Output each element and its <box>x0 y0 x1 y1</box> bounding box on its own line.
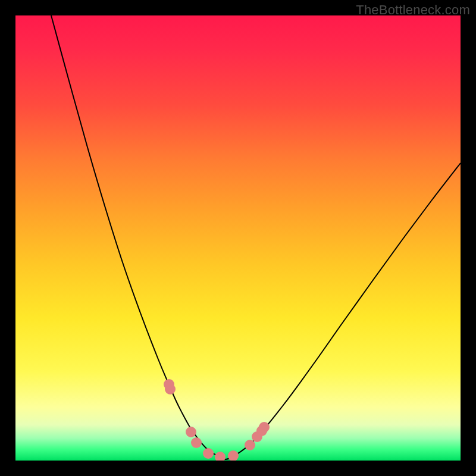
marker-point <box>165 384 176 394</box>
marker-point <box>215 452 226 461</box>
marker-point <box>186 427 196 437</box>
marker-point <box>228 450 239 461</box>
marker-point <box>203 448 214 459</box>
curve-markers <box>15 15 461 461</box>
chart-frame <box>15 15 461 461</box>
watermark-text: TheBottleneck.com <box>356 2 470 18</box>
marker-point <box>245 440 255 450</box>
marker-point <box>259 422 270 433</box>
marker-point <box>191 437 202 448</box>
